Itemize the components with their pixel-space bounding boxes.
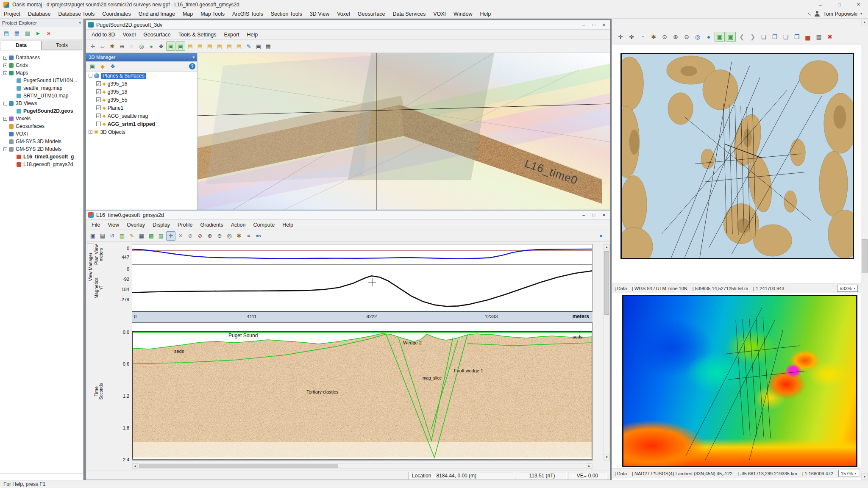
globe-3d-icon[interactable]: ● (147, 42, 156, 51)
web-help-icon[interactable]: ● (596, 231, 606, 241)
interactive-zoom-icon[interactable]: ⊙ (659, 32, 670, 42)
snap-tool-icon[interactable]: ✛ (615, 32, 626, 42)
expand-toggle-icon[interactable]: - (89, 74, 92, 78)
navigate-icon[interactable]: ❖ (108, 62, 117, 71)
explorer-splitter[interactable] (0, 474, 83, 474)
menu-item[interactable]: Help (476, 9, 495, 19)
snapshot-icon[interactable]: ▣ (254, 42, 263, 51)
tile-windows-icon[interactable]: ❏ (759, 32, 769, 42)
user-name[interactable]: Tom Popowski (823, 11, 857, 17)
tree-item[interactable]: + Databases (0, 54, 83, 61)
menu-item[interactable]: ArcGIS Tools (228, 9, 267, 19)
legend-grid-icon[interactable]: ▦ (264, 42, 273, 51)
edit-plane-icon[interactable]: ✎ (244, 42, 253, 51)
print-icon[interactable]: ▤ (98, 231, 107, 241)
expand-toggle-icon[interactable]: + (89, 130, 92, 134)
workspace-vertical-scrollbar[interactable]: ▲ ▼ (861, 19, 868, 480)
menu-item[interactable]: File (88, 222, 104, 228)
menu-item[interactable]: Project (0, 9, 24, 19)
3d-window-title-bar[interactable]: PugetSound2D.geosoft_3dv – □ ✕ (86, 20, 610, 30)
no-snap-icon[interactable]: ⊘ (186, 231, 195, 241)
expand-toggle-icon[interactable]: + (3, 56, 7, 60)
scroll-right-icon[interactable]: ► (587, 463, 592, 469)
manager-item[interactable]: ✓ ◆ Plane1 (86, 104, 197, 112)
chevron-down-icon[interactable]: ▾ (860, 12, 862, 16)
mv-tool-icon[interactable]: mv (254, 231, 263, 241)
close-button[interactable]: ✕ (599, 211, 609, 219)
zoom-box-icon[interactable]: ◎ (225, 231, 234, 241)
menu-item[interactable]: View (104, 222, 123, 228)
forward-view-icon[interactable]: ❯ (748, 32, 758, 42)
section-map-toggle-icon[interactable]: ▣ (176, 42, 185, 51)
expand-toggle-icon[interactable]: + (3, 117, 7, 121)
menu-item[interactable]: Database (24, 9, 55, 19)
close-button[interactable]: ✕ (849, 0, 868, 9)
minimize-button[interactable]: – (811, 0, 830, 9)
split-horizontal-icon[interactable]: ❒ (792, 32, 802, 42)
tab-data[interactable]: Data (1, 41, 42, 50)
add-drillhole-icon[interactable]: ▤ (234, 42, 244, 51)
pointer-icon[interactable]: ↖ (807, 11, 811, 17)
menu-item[interactable]: Voxel (333, 9, 354, 19)
tree-item[interactable]: VOXI (0, 130, 83, 138)
menu-item[interactable]: Gradients (197, 222, 227, 228)
grid-layers-icon[interactable]: ▩ (147, 231, 156, 241)
zoom-level-select[interactable]: 157% ▾ (838, 470, 859, 477)
menu-item[interactable]: Database Tools (54, 9, 98, 19)
menu-item[interactable]: Window (450, 9, 476, 19)
manager-item[interactable]: ✓ ◆ g395_55 (86, 96, 197, 104)
cursor-track-icon[interactable]: ✛ (166, 231, 175, 241)
zoom-out-profile-icon[interactable]: ⊖ (215, 231, 224, 241)
back-view-icon[interactable]: ❮ (737, 32, 747, 42)
cascade-windows-icon[interactable]: ❐ (770, 32, 780, 42)
tree-item[interactable]: L18.geosoft_gmsys2d (0, 161, 83, 168)
undo-icon[interactable]: ↺ (108, 231, 117, 241)
ruler-icon[interactable]: ≡ (244, 231, 253, 241)
gmsys-window-title-bar[interactable]: L16_time0.geosoft_gmsys2d – □ ✕ (86, 211, 610, 220)
menu-item[interactable]: Voxel (119, 32, 140, 38)
menu-item[interactable]: VOXI (429, 9, 450, 19)
menu-item[interactable]: Help (243, 32, 262, 38)
tree-item[interactable]: - GM-SYS 2D Models (0, 145, 83, 153)
rotate-view-icon[interactable]: ◔ (637, 32, 648, 42)
visibility-checkbox[interactable]: ✓ (96, 105, 101, 110)
select-3d-icon[interactable]: ✛ (88, 42, 97, 51)
add-surface-icon[interactable]: ▤ (205, 42, 214, 51)
save-icon[interactable]: ▣ (88, 231, 97, 241)
menu-item[interactable]: Grid and Image (135, 9, 179, 19)
menu-item[interactable]: Add to 3D (88, 32, 119, 38)
grid-overlay-icon[interactable]: ▨ (156, 231, 166, 241)
link-maps-icon[interactable]: ▣ (726, 32, 736, 42)
visibility-checkbox[interactable]: ✓ (96, 97, 101, 102)
scrollbar-thumb[interactable] (862, 239, 868, 273)
tree-item[interactable]: - 3D Views (0, 100, 83, 107)
3d-scene-viewport[interactable]: L16_time0 (198, 53, 610, 210)
manager-item[interactable]: ✓ ◆ g395_16 (86, 80, 197, 88)
tab-tools[interactable]: Tools (42, 41, 82, 50)
zoom-3d-icon[interactable]: ⊕ (117, 42, 127, 51)
fit-extents-icon[interactable]: ❖ (156, 42, 166, 51)
globe-map-icon[interactable]: ● (704, 32, 714, 42)
close-map-icon[interactable]: ✖ (825, 32, 835, 42)
no-fill-icon[interactable]: ⊘ (195, 231, 205, 241)
minimize-button[interactable]: – (579, 211, 589, 219)
tree-item[interactable]: SRTM_UTM10.map (0, 92, 83, 100)
scroll-up-icon[interactable]: ▲ (861, 19, 868, 25)
menu-item[interactable]: 3D View (306, 9, 333, 19)
minimize-button[interactable]: – (579, 21, 589, 29)
move-tool-icon[interactable]: ✜ (626, 32, 637, 42)
menu-item[interactable]: Export (220, 32, 243, 38)
menu-item[interactable]: Data Services (389, 9, 429, 19)
tree-item[interactable]: - Maps (0, 69, 83, 77)
visibility-checkbox[interactable]: ✓ (96, 114, 101, 118)
pin-icon[interactable]: ▾ (79, 21, 81, 25)
tree-item[interactable]: seattle_mag.map (0, 84, 83, 92)
expand-toggle-icon[interactable]: + (3, 64, 7, 67)
manager-item[interactable]: ✓ ◆ g395_18 (86, 88, 197, 96)
tag-icon[interactable]: ◆ (98, 62, 107, 71)
maximize-button[interactable]: □ (589, 21, 599, 29)
tree-item[interactable]: + Voxels (0, 115, 83, 122)
color-bar-icon[interactable]: ▅ (803, 32, 813, 42)
shadow-cursor-icon[interactable]: ▣ (715, 32, 725, 42)
scrollbar-thumb[interactable] (139, 464, 338, 468)
